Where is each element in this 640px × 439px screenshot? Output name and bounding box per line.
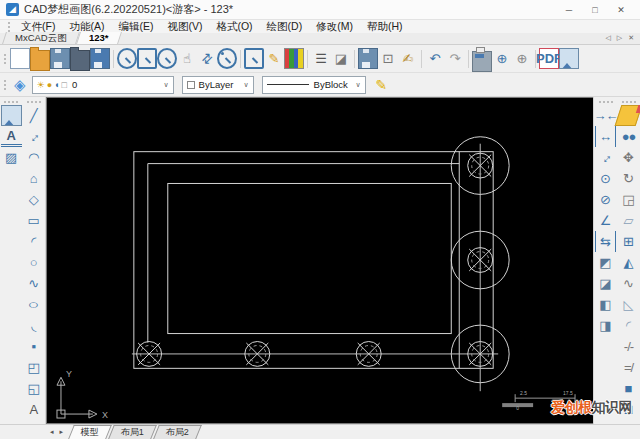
layer-lock-icon: ● xyxy=(47,80,52,90)
edit-sign-button[interactable]: ✍ xyxy=(398,48,418,69)
draw-order-below-tool[interactable]: ◨ xyxy=(595,315,616,336)
web-edit-button[interactable]: ⊕ xyxy=(512,48,532,69)
redo-button[interactable]: ↷ xyxy=(445,48,465,69)
named-view-button[interactable] xyxy=(244,48,264,69)
linetype-select[interactable]: ByBlock ∨ xyxy=(262,76,366,94)
dim-quick-tool[interactable]: →← xyxy=(595,105,616,126)
redline-button[interactable]: ✎ xyxy=(264,48,284,69)
svg-text:Y: Y xyxy=(66,369,72,379)
save-file-button[interactable] xyxy=(50,48,70,69)
new-file-button[interactable] xyxy=(10,48,30,69)
layer-manager-icon[interactable]: ◈ xyxy=(14,76,26,94)
spline-tool[interactable]: ∿ xyxy=(23,273,44,294)
array-tool[interactable]: ⊞ xyxy=(618,231,639,252)
zoom-realtime-button[interactable] xyxy=(117,48,137,69)
menu-help[interactable]: 帮助(H) xyxy=(360,20,410,33)
document-tab-bar: MxCAD云图123* ◁ ▷ ✕ xyxy=(0,33,640,45)
svg-text:X: X xyxy=(102,410,108,420)
modify-toolbar-right: →←↔↔⊙⊘∠⇆◩◪◧◨ ●●✥↻◲▱⊞◭∿◺◜-/-=/■⊔ xyxy=(593,97,640,424)
offset-tool[interactable]: ▱ xyxy=(618,210,639,231)
arc-3pt-tool[interactable]: ◜ xyxy=(23,231,44,252)
drawing-canvas[interactable]: YX2.517.50 xyxy=(46,97,593,424)
svg-text:2.5: 2.5 xyxy=(520,390,527,396)
copy-tool[interactable]: ●● xyxy=(618,126,639,147)
menu-view[interactable]: 视图(V) xyxy=(160,20,209,33)
draw-order-back-tool[interactable]: ◪ xyxy=(595,273,616,294)
break-tool[interactable]: -/- xyxy=(618,336,639,357)
circle-tool[interactable]: ○ xyxy=(23,252,44,273)
layout-tab-layout1[interactable]: 布局1 xyxy=(108,425,157,439)
move-tool[interactable]: ✥ xyxy=(618,147,639,168)
web-publish-button[interactable]: ⊕ xyxy=(492,48,512,69)
minimize-button[interactable]: ─ xyxy=(556,1,582,19)
toolbar-separator xyxy=(354,50,355,68)
polygon-tool[interactable]: ⌂ xyxy=(23,168,44,189)
lineweight-icon[interactable]: ✎ xyxy=(376,77,388,93)
rectangle-tool[interactable]: ▭ xyxy=(23,210,44,231)
ellipse-tool[interactable]: ○ xyxy=(18,294,50,315)
rtb-grip-b xyxy=(622,101,636,103)
erase-tool[interactable] xyxy=(615,105,640,126)
layout-nav-arrows[interactable]: ◂ ▸ xyxy=(50,428,65,436)
color-select[interactable]: ByLayer ∨ xyxy=(182,76,254,94)
mxcad-app-window: ◢ CAD梦想画图(6.2.20220521)<游客> - 123* ─□✕ 文… xyxy=(0,0,640,439)
polyline-tool[interactable]: ◇ xyxy=(23,189,44,210)
select-window-button[interactable]: ⊡ xyxy=(378,48,398,69)
color-palette-button[interactable] xyxy=(284,48,304,69)
menu-draw[interactable]: 绘图(D) xyxy=(260,20,310,33)
mirror-tool[interactable]: ◭ xyxy=(618,252,639,273)
draw-order-above-tool[interactable]: ◧ xyxy=(595,294,616,315)
tab-mxcad-cloud[interactable]: MxCAD云图 xyxy=(2,32,80,44)
layout-tabs: 模型布局1布局2 xyxy=(71,425,201,439)
open-folder-button[interactable] xyxy=(70,50,90,71)
print-button[interactable] xyxy=(472,51,492,72)
open-file-button[interactable] xyxy=(30,50,50,71)
menu-format[interactable]: 格式(O) xyxy=(209,20,259,33)
modify-toolbar-col: ●●✥↻◲▱⊞◭∿◺◜-/-=/■⊔ xyxy=(617,100,640,424)
layout-tab-layout2[interactable]: 布局2 xyxy=(153,425,202,439)
trim-tool[interactable]: =/ xyxy=(618,357,639,378)
hatch-tool[interactable]: ▨ xyxy=(1,147,22,168)
zoom-window-button[interactable] xyxy=(137,48,157,69)
chamfer-tool[interactable]: ◺ xyxy=(618,294,639,315)
wipeout-button[interactable]: ◪ xyxy=(331,48,351,69)
dim-angular-tool[interactable]: ∠ xyxy=(595,210,616,231)
toolbar-separator xyxy=(113,50,114,68)
layer-select-value: 0 xyxy=(72,79,77,90)
spline-edit-tool[interactable]: ∿ xyxy=(618,273,639,294)
dim-diameter-tool[interactable]: ⊘ xyxy=(595,189,616,210)
insert-block-tool[interactable]: ◰ xyxy=(23,357,44,378)
dim-continue-tool[interactable]: ⇆ xyxy=(595,231,616,252)
image-ref-tool[interactable] xyxy=(1,105,22,126)
draw-toolbar-left: A▨ ╱↔◠⌂◇▭◜○∿○◟▪◰◱A xyxy=(0,97,46,424)
layer-select[interactable]: ☀●◖□ 0 ∨ xyxy=(32,76,174,94)
rotate-tool[interactable]: ↻ xyxy=(618,168,639,189)
maximize-button[interactable]: □ xyxy=(582,1,608,19)
draw-order-front-tool[interactable]: ◩ xyxy=(595,252,616,273)
properties-toolbar: ◈ ☀●◖□ 0 ∨ ByLayer ∨ ByBlock ∨ ✎ xyxy=(0,73,640,97)
extrude-tool[interactable]: ■ xyxy=(618,378,639,399)
undo-button[interactable]: ↶ xyxy=(425,48,445,69)
save-style-button[interactable] xyxy=(358,48,378,69)
save-as-button[interactable] xyxy=(90,48,110,69)
zoom-center-button[interactable] xyxy=(217,48,237,69)
pdf-export-button[interactable]: PDF xyxy=(539,48,559,69)
tab-nav-arrows[interactable]: ◁ ▷ ✕ xyxy=(605,34,636,42)
make-block-tool[interactable]: ◱ xyxy=(23,378,44,399)
svg-text:0: 0 xyxy=(516,405,519,411)
zoom-extents-button[interactable] xyxy=(157,48,177,69)
point-tool[interactable]: ▪ xyxy=(23,336,44,357)
scale-tool[interactable]: ◲ xyxy=(618,189,639,210)
close-button[interactable]: ✕ xyxy=(608,1,634,19)
layout-tab-bar: ◂ ▸ 模型布局1布局2 xyxy=(0,424,640,439)
layout-tab-model[interactable]: 模型 xyxy=(68,425,112,439)
tab-123[interactable]: 123* xyxy=(76,32,121,44)
toolbar1-grip xyxy=(4,54,6,64)
arc-start-end-tool[interactable]: ◟ xyxy=(23,315,44,336)
toolbar-separator xyxy=(421,50,422,68)
text-tool[interactable]: A xyxy=(23,399,44,420)
menu-modify[interactable]: 修改(M) xyxy=(309,20,360,33)
fillet-tool[interactable]: ◜ xyxy=(618,315,639,336)
image-insert-button[interactable] xyxy=(559,48,579,69)
mtext-edit-button[interactable]: ☰ xyxy=(311,48,331,69)
